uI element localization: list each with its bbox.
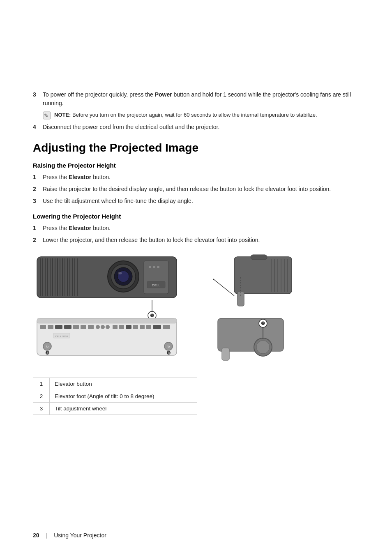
projector-side-view: ❷ <box>201 253 300 368</box>
svg-point-42 <box>96 325 100 329</box>
lowering-step-1: 1 Press the Elevator button. <box>33 224 359 233</box>
step-4-item: 4 Disconnect the power cord from the ele… <box>33 123 359 131</box>
lowering-step-1-bold: Elevator <box>69 225 91 231</box>
svg-text:❷: ❷ <box>261 321 265 326</box>
note-icon: ✎ <box>43 111 51 120</box>
svg-rect-37 <box>55 325 62 329</box>
svg-rect-40 <box>81 325 86 329</box>
svg-point-72 <box>213 279 214 280</box>
svg-text:❸: ❸ <box>45 350 50 356</box>
step-3-number: 3 <box>33 90 43 108</box>
svg-rect-61 <box>234 257 292 294</box>
table-row-1: 1 Elevator button <box>33 378 197 390</box>
lowering-title: Lowering the Projector Height <box>33 213 359 220</box>
svg-text:❸: ❸ <box>166 350 171 356</box>
svg-rect-41 <box>88 325 94 329</box>
raising-step-3-text: Use the tilt adjustment wheel to fine-tu… <box>43 197 359 205</box>
svg-rect-38 <box>64 325 71 329</box>
top-section: 3 To power off the projector quickly, pr… <box>33 90 359 131</box>
page-container: 3 To power off the projector quickly, pr… <box>0 0 392 555</box>
raising-step-2-text: Raise the projector to the desired displ… <box>43 185 359 193</box>
svg-rect-36 <box>48 325 53 329</box>
lowering-step-1-text: Press the Elevator button. <box>43 224 359 233</box>
raising-step-3: 3 Use the tilt adjustment wheel to fine-… <box>33 197 359 205</box>
page-number: 20 <box>33 532 39 539</box>
lowering-step-2: 2 Lower the projector, and then release … <box>33 236 359 244</box>
note-box: ✎ NOTE: Before you turn on the projector… <box>43 111 359 120</box>
svg-rect-34 <box>37 318 177 323</box>
svg-rect-48 <box>133 325 138 329</box>
section-title: Adjusting the Projected Image <box>33 141 359 154</box>
table-cell-desc-1: Elevator button <box>50 378 197 390</box>
svg-rect-35 <box>40 325 46 329</box>
raising-step-1-bold: Elevator <box>69 174 91 180</box>
svg-point-44 <box>106 325 110 329</box>
svg-rect-68 <box>251 255 267 260</box>
svg-text:↻: ↻ <box>46 345 49 349</box>
step-3-item: 3 To power off the projector quickly, pr… <box>33 90 359 108</box>
raising-step-1: 1 Press the Elevator button. <box>33 173 359 182</box>
raising-step-1-number: 1 <box>33 173 43 182</box>
svg-rect-69 <box>238 292 244 306</box>
note-text: NOTE: Before you turn on the projector a… <box>54 111 317 119</box>
svg-point-43 <box>101 325 105 329</box>
lowering-step-2-text: Lower the projector, and then release th… <box>43 236 359 244</box>
svg-text:❶: ❶ <box>150 313 154 318</box>
table-cell-desc-2: Elevator foot (Angle of tilt: 0 to 8 deg… <box>50 390 197 403</box>
svg-rect-73 <box>218 318 284 351</box>
page-footer: 20 | Using Your Projector <box>33 532 106 539</box>
footer-label: Using Your Projector <box>54 532 106 539</box>
svg-rect-24 <box>144 261 168 294</box>
svg-rect-51 <box>153 325 161 329</box>
table-cell-num-2: 2 <box>33 390 50 403</box>
svg-text:DELL S520: DELL S520 <box>55 335 68 338</box>
svg-rect-45 <box>113 325 118 329</box>
svg-rect-39 <box>73 325 79 329</box>
table-cell-desc-3: Tilt adjustment wheel <box>50 403 197 415</box>
svg-rect-52 <box>163 325 170 329</box>
step-3-text: To power off the projector quickly, pres… <box>43 90 359 108</box>
table-row-3: 3 Tilt adjustment wheel <box>33 403 197 415</box>
raising-step-3-number: 3 <box>33 197 43 205</box>
svg-point-27 <box>157 266 159 268</box>
raising-step-2: 2 Raise the projector to the desired dis… <box>33 185 359 193</box>
svg-text:✎: ✎ <box>44 113 48 119</box>
footer-separator: | <box>46 532 48 539</box>
step-3-bold-power: Power <box>155 91 172 98</box>
lowering-step-2-number: 2 <box>33 236 43 244</box>
step-4-text: Disconnect the power cord from the elect… <box>43 123 359 131</box>
table-cell-num-1: 1 <box>33 378 50 390</box>
svg-line-71 <box>214 279 234 296</box>
svg-point-26 <box>153 266 155 268</box>
svg-rect-46 <box>119 325 124 329</box>
svg-rect-49 <box>140 325 145 329</box>
projector-diagram-right: ❷ <box>201 253 300 368</box>
lowering-step-1-number: 1 <box>33 224 43 233</box>
raising-title: Raising the Projector Height <box>33 162 359 169</box>
svg-rect-74 <box>222 348 229 360</box>
table-cell-num-3: 3 <box>33 403 50 415</box>
raising-step-1-text: Press the Elevator button. <box>43 173 359 182</box>
svg-point-23 <box>118 272 122 274</box>
note-label: NOTE: <box>54 112 71 118</box>
reference-table: 1 Elevator button 2 Elevator foot (Angle… <box>33 378 197 415</box>
svg-rect-50 <box>146 325 151 329</box>
projector-top-view: DELL ❶ <box>33 253 189 368</box>
diagram-area: DELL ❶ <box>33 253 359 368</box>
svg-text:↻: ↻ <box>167 345 170 349</box>
svg-text:DELL: DELL <box>152 283 161 287</box>
svg-point-76 <box>256 341 270 354</box>
raising-step-2-number: 2 <box>33 185 43 193</box>
projector-diagrams-left: DELL ❶ <box>33 253 189 368</box>
svg-rect-47 <box>126 325 131 329</box>
svg-point-25 <box>149 266 151 268</box>
step-4-number: 4 <box>33 123 43 131</box>
table-row-2: 2 Elevator foot (Angle of tilt: 0 to 8 d… <box>33 390 197 403</box>
